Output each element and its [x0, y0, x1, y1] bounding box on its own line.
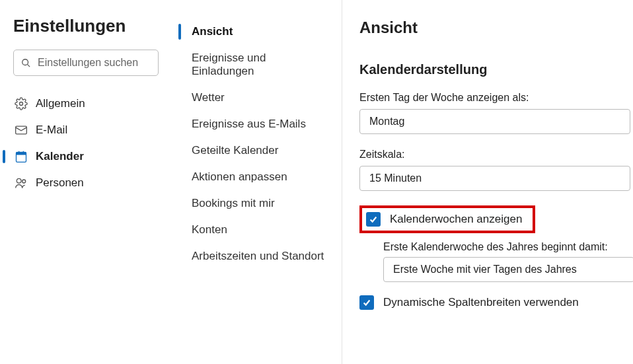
settings-sidebar: Einstellungen Allgemein E-Mail Kalender — [0, 0, 173, 364]
subnav-item-weather[interactable]: Wetter — [178, 85, 335, 111]
settings-subnav: Ansicht Ereignisse und Einladungen Wette… — [173, 0, 342, 364]
svg-point-9 — [22, 180, 26, 183]
highlight-annotation: Kalenderwochen anzeigen — [359, 205, 535, 233]
nav-item-general[interactable]: Allgemein — [13, 91, 161, 117]
timescale-select[interactable]: 15 Minuten — [359, 166, 630, 191]
first-day-select[interactable]: Montag — [359, 109, 630, 134]
dynamic-cols-checkbox[interactable] — [359, 295, 374, 310]
first-week-label: Erste Kalenderwoche des Jahres beginnt d… — [383, 241, 633, 253]
subnav-item-bookings[interactable]: Bookings mit mir — [178, 190, 335, 217]
nav-item-email[interactable]: E-Mail — [13, 117, 161, 143]
svg-point-0 — [22, 59, 28, 65]
svg-point-2 — [20, 102, 23, 106]
subnav-item-view[interactable]: Ansicht — [178, 18, 335, 45]
search-icon — [21, 58, 30, 67]
gear-icon — [15, 97, 28, 110]
first-week-select[interactable]: Erste Woche mit vier Tagen des Jahres — [383, 257, 633, 282]
subnav-item-events-email[interactable]: Ereignisse aus E-Mails — [178, 111, 335, 137]
svg-line-1 — [28, 65, 30, 67]
svg-rect-3 — [16, 126, 27, 134]
svg-point-8 — [17, 178, 21, 183]
dynamic-cols-label: Dynamische Spaltenbreiten verwenden — [383, 296, 579, 309]
people-icon — [15, 176, 28, 190]
subnav-item-workhours[interactable]: Arbeitszeiten und Standort — [178, 243, 335, 270]
first-week-field: Erste Kalenderwoche des Jahres beginnt d… — [383, 241, 633, 282]
subnav-item-accounts[interactable]: Konten — [178, 217, 335, 243]
settings-search-input[interactable] — [13, 50, 159, 76]
settings-panel: Ansicht Kalenderdarstellung Ersten Tag d… — [342, 0, 633, 364]
svg-rect-5 — [17, 152, 26, 155]
timescale-label: Zeitskala: — [359, 149, 633, 161]
nav-item-calendar[interactable]: Kalender — [13, 143, 161, 170]
show-weeks-row: Kalenderwochen anzeigen — [366, 212, 522, 227]
settings-nav: Allgemein E-Mail Kalender Personen — [13, 91, 161, 196]
nav-label: Kalender — [36, 150, 84, 163]
nav-label: Personen — [36, 176, 84, 190]
nav-item-people[interactable]: Personen — [13, 170, 161, 196]
panel-heading: Ansicht — [359, 18, 633, 37]
section-title: Kalenderdarstellung — [359, 62, 633, 77]
subnav-item-shared-calendars[interactable]: Geteilte Kalender — [178, 137, 335, 164]
nav-label: Allgemein — [36, 97, 85, 110]
settings-search-wrap — [13, 50, 161, 76]
show-weeks-checkbox[interactable] — [366, 212, 381, 227]
subnav-list: Ansicht Ereignisse und Einladungen Wette… — [178, 18, 335, 270]
calendar-icon — [15, 150, 28, 163]
nav-label: E-Mail — [36, 124, 67, 137]
first-day-label: Ersten Tag der Woche anzeigen als: — [359, 92, 633, 104]
settings-title: Einstellungen — [13, 16, 161, 36]
subnav-item-customize-actions[interactable]: Aktionen anpassen — [178, 164, 335, 190]
mail-icon — [15, 124, 28, 137]
subnav-item-events-invites[interactable]: Ereignisse und Einladungen — [178, 45, 335, 85]
dynamic-cols-row: Dynamische Spaltenbreiten verwenden — [359, 295, 633, 310]
show-weeks-label: Kalenderwochen anzeigen — [390, 213, 522, 226]
